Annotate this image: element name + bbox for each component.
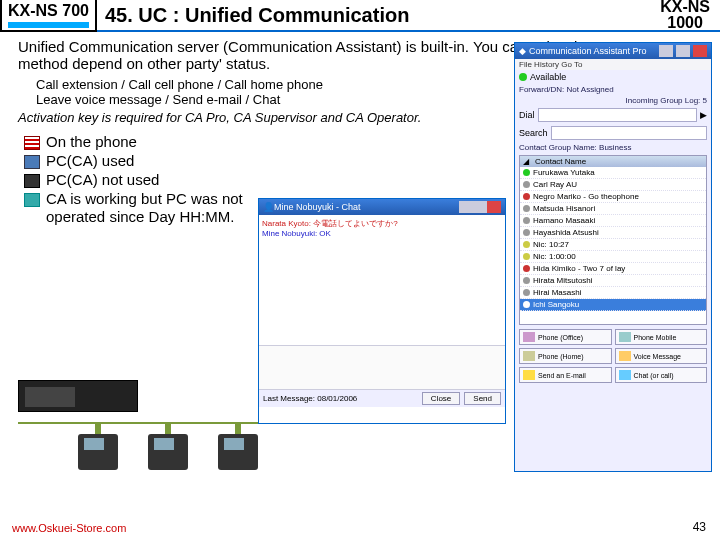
status-icon-idle — [24, 193, 40, 207]
model-badge-left: KX-NS 700 — [0, 0, 97, 32]
chat-footer: Last Message: 08/01/2006 Close Send — [259, 389, 505, 407]
contact-row[interactable]: Hirai Masashi — [520, 287, 706, 299]
chat-icon — [619, 370, 631, 380]
close-button[interactable] — [487, 201, 501, 213]
contact-name: Nic: 10:27 — [533, 240, 569, 249]
contact-name: Hayashida Atsushi — [533, 228, 599, 237]
presence-row[interactable]: Available — [515, 70, 711, 84]
minimize-button[interactable] — [659, 45, 673, 57]
legend-pc-not-used: PC(CA) not used — [46, 171, 159, 189]
page-number: 43 — [693, 520, 706, 534]
search-label: Search — [519, 128, 548, 138]
contact-row[interactable]: Hirata Mitsutoshi — [520, 275, 706, 287]
phone-icon — [523, 332, 535, 342]
chat-close-button[interactable]: Close — [422, 392, 460, 405]
presence-icon — [523, 277, 530, 284]
desk-phone-icon — [218, 422, 258, 470]
contact-name: Ichi Sangoku — [533, 300, 579, 309]
ca-titlebar[interactable]: ◆ Communication Assistant Pro — [515, 43, 711, 59]
action-send-email[interactable]: Send an E-mail — [519, 367, 612, 383]
ca-menubar[interactable]: File History Go To — [515, 59, 711, 70]
chat-title-text: Mine Nobuyuki - Chat — [274, 202, 459, 212]
legend-idle: CA is working but PC was not operated si… — [46, 190, 246, 226]
close-button[interactable] — [693, 45, 707, 57]
presence-icon — [523, 229, 530, 236]
contact-name: Hida Kimiko - Two 7 of lay — [533, 264, 625, 273]
contact-row[interactable]: Furukawa Yutaka — [520, 167, 706, 179]
contact-row[interactable]: Carl Ray AU — [520, 179, 706, 191]
contact-row[interactable]: Matsuda Hisanori — [520, 203, 706, 215]
presence-icon — [523, 301, 530, 308]
dial-field: Dial ▶ — [515, 106, 711, 124]
slide-header: KX-NS 700 45. UC : Unified Communication… — [0, 0, 720, 32]
maximize-button[interactable] — [676, 45, 690, 57]
action-phone-mobile[interactable]: Phone Mobile — [615, 329, 708, 345]
contact-name: Nic: 1:00:00 — [533, 252, 576, 261]
contact-row[interactable]: Hida Kimiko - Two 7 of lay — [520, 263, 706, 275]
presence-icon — [523, 205, 530, 212]
group-log-row[interactable]: Incoming Group Log: 5 — [515, 95, 711, 106]
contact-row[interactable]: Nic: 1:00:00 — [520, 251, 706, 263]
action-phone-home[interactable]: Phone (Home) — [519, 348, 612, 364]
presence-icon — [523, 169, 530, 176]
presence-icon — [523, 265, 530, 272]
legend-on-phone: On the phone — [46, 133, 137, 151]
model-badge-right: KX-NS 1000 — [650, 0, 720, 31]
presence-icon — [523, 289, 530, 296]
presence-icon — [523, 181, 530, 188]
ca-title-text: Communication Assistant Pro — [529, 46, 656, 56]
chat-message: Narata Kyoto: 今電話してよいですか? — [262, 218, 502, 229]
contact-list-header: ◢Contact Name — [520, 156, 706, 167]
presence-icon — [523, 253, 530, 260]
pbx-device-icon — [18, 380, 138, 412]
action-buttons: Phone (Office) Phone Mobile Phone (Home)… — [515, 327, 711, 388]
chat-user-icon: 👤 — [263, 202, 274, 212]
email-icon — [523, 370, 535, 380]
slide-title: 45. UC : Unified Communication — [101, 4, 650, 27]
action-phone-office[interactable]: Phone (Office) — [519, 329, 612, 345]
presence-icon — [523, 193, 530, 200]
contact-row[interactable]: Nic: 10:27 — [520, 239, 706, 251]
model-badge-left-text: KX-NS 700 — [8, 2, 89, 19]
minimize-button[interactable] — [459, 201, 473, 213]
footer-url: www.Oskuei-Store.com — [12, 522, 126, 534]
contact-list[interactable]: ◢Contact Name Furukawa YutakaCarl Ray AU… — [519, 155, 707, 325]
presence-dot-icon — [519, 73, 527, 81]
forward-row[interactable]: Forward/DN: Not Assigned — [515, 84, 711, 95]
chat-send-button[interactable]: Send — [464, 392, 501, 405]
contact-row[interactable]: Ichi Sangoku — [520, 299, 706, 311]
ca-app-window: ◆ Communication Assistant Pro File Histo… — [514, 42, 712, 472]
chat-input-area[interactable] — [259, 345, 505, 389]
contact-row[interactable]: Hayashida Atsushi — [520, 227, 706, 239]
presence-label: Available — [530, 72, 566, 82]
dial-input[interactable] — [538, 108, 697, 122]
col-contact-name: Contact Name — [535, 157, 586, 166]
contact-name: Furukawa Yutaka — [533, 168, 595, 177]
contact-name: Hamano Masaaki — [533, 216, 595, 225]
home-phone-icon — [523, 351, 535, 361]
search-input[interactable] — [551, 126, 707, 140]
contact-row[interactable]: Negro Mariko - Go theophone — [520, 191, 706, 203]
desk-phone-icon — [78, 422, 118, 470]
presence-icon — [523, 241, 530, 248]
chat-titlebar[interactable]: 👤 Mine Nobuyuki - Chat — [259, 199, 505, 215]
search-field: Search — [515, 124, 711, 142]
desk-phone-icon — [148, 422, 188, 470]
contact-name: Negro Mariko - Go theophone — [533, 192, 639, 201]
maximize-button[interactable] — [473, 201, 487, 213]
contact-name: Hirata Mitsutoshi — [533, 276, 593, 285]
dial-go-icon[interactable]: ▶ — [700, 110, 707, 120]
chat-message: Mine Nobuyuki: OK — [262, 229, 502, 238]
contact-group-row: Contact Group Name: Business — [515, 142, 711, 153]
voicemail-icon — [619, 351, 631, 361]
action-chat[interactable]: Chat (or call) — [615, 367, 708, 383]
badge-right-line2: 1000 — [660, 15, 710, 31]
contact-row[interactable]: Hamano Masaaki — [520, 215, 706, 227]
status-icon-pc-used — [24, 155, 40, 169]
contact-name: Matsuda Hisanori — [533, 204, 595, 213]
status-icon-pc-not-used — [24, 174, 40, 188]
contact-name: Hirai Masashi — [533, 288, 581, 297]
mobile-icon — [619, 332, 631, 342]
action-voice-message[interactable]: Voice Message — [615, 348, 708, 364]
contact-name: Carl Ray AU — [533, 180, 577, 189]
